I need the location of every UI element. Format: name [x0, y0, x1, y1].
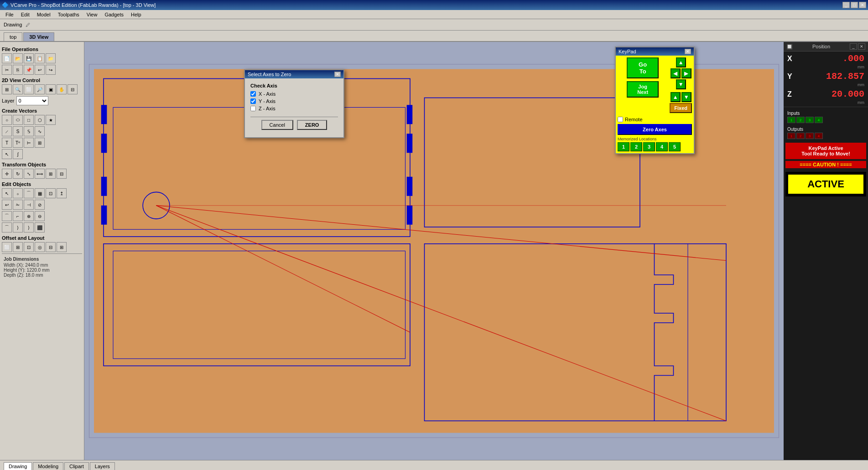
menu-model[interactable]: Model: [33, 11, 54, 18]
array-btn[interactable]: ⊞: [46, 169, 56, 179]
output-1: 1: [787, 133, 795, 139]
extend-btn[interactable]: ⊣: [24, 200, 34, 210]
z-position-row: Z 20.000: [784, 87, 868, 100]
paste-btn[interactable]: 📌: [24, 65, 34, 75]
pan-btn[interactable]: ✋: [57, 84, 67, 94]
open-btn[interactable]: 📂: [13, 53, 23, 63]
close-button[interactable]: ✕: [859, 2, 866, 8]
x-value: .000: [796, 53, 864, 64]
x-axis-checkbox[interactable]: [250, 91, 256, 97]
cut-btn[interactable]: ✂: [2, 65, 12, 75]
circle-btn[interactable]: ○: [2, 115, 12, 125]
offset6-btn[interactable]: ⊞: [57, 242, 67, 252]
file-ops-tools2: ✂ ⎘ 📌 ↩ ↪: [2, 65, 82, 75]
y-position-row: Y 182.857: [784, 69, 868, 83]
layout-btn[interactable]: ⬛: [35, 222, 45, 232]
offset1-btn[interactable]: ⬜: [2, 242, 12, 252]
bend-btn[interactable]: ⌒: [2, 222, 12, 232]
pos-panel-close[interactable]: ✕: [858, 43, 865, 50]
line-btn[interactable]: ⟋: [2, 126, 12, 136]
align-btn[interactable]: ⊟: [57, 169, 67, 179]
zoom-all-btn[interactable]: ⊞: [2, 84, 12, 94]
open2-btn[interactable]: 📁: [46, 53, 56, 63]
scale-btn[interactable]: ⤡: [24, 169, 34, 179]
ungroup-btn[interactable]: ⊡: [46, 188, 56, 198]
save-as-btn[interactable]: 📋: [35, 53, 45, 63]
new-file-btn[interactable]: 📄: [2, 53, 12, 63]
pointer-btn[interactable]: ↖: [2, 149, 12, 159]
menu-edit[interactable]: Edit: [17, 11, 33, 18]
app-title: VCarve Pro - ShopBot Edition (FabLab Rwa…: [10, 2, 156, 8]
menu-file[interactable]: File: [2, 11, 17, 18]
select-btn[interactable]: ↖: [2, 188, 12, 198]
x-axis-row: X - Axis: [250, 91, 338, 97]
tab-top[interactable]: top: [4, 32, 22, 41]
table-btn[interactable]: ⊞: [35, 138, 45, 148]
offset2-btn[interactable]: ⊞: [13, 242, 23, 252]
menu-view[interactable]: View: [83, 11, 101, 18]
menu-toolpaths[interactable]: Toolpaths: [54, 11, 83, 18]
rect-btn[interactable]: □: [24, 115, 34, 125]
dialog-close-button[interactable]: ✕: [334, 72, 341, 77]
bottom-tab-clipart[interactable]: Clipart: [64, 462, 89, 470]
dialog-section-title: Check Axis: [250, 83, 338, 88]
arc-text-btn[interactable]: Tᵅ: [13, 138, 23, 148]
star-btn[interactable]: ★: [46, 115, 56, 125]
zoom-box-btn[interactable]: ⬜: [24, 84, 34, 94]
menu-gadgets[interactable]: Gadgets: [101, 11, 127, 18]
copy-btn[interactable]: ⎘: [13, 65, 23, 75]
zoom-sel-btn[interactable]: ▣: [46, 84, 56, 94]
x-axis-label: X - Axis: [259, 91, 275, 97]
bottom-tab-drawing[interactable]: Drawing: [4, 462, 32, 470]
group-btn[interactable]: ▦: [35, 188, 45, 198]
offset5-btn[interactable]: ⊟: [46, 242, 56, 252]
zero-button[interactable]: ZERO: [297, 120, 327, 130]
poly-btn[interactable]: ⬡: [35, 115, 45, 125]
import-btn[interactable]: ↥: [57, 188, 67, 198]
smartcurve-btn[interactable]: ∫: [13, 149, 23, 159]
close-btn[interactable]: ⊘: [35, 200, 45, 210]
zoom-in-btn[interactable]: 🔍: [13, 84, 23, 94]
minimize-button[interactable]: _: [842, 2, 850, 8]
subtract-btn[interactable]: ⊖: [35, 211, 45, 221]
bottom-tab-layers[interactable]: Layers: [90, 462, 115, 470]
fillet-btn[interactable]: ⌒: [2, 211, 12, 221]
mirror-btn[interactable]: ⟺: [35, 169, 45, 179]
undo-btn[interactable]: ↩: [35, 65, 45, 75]
tween-btn[interactable]: ⟩: [13, 222, 23, 232]
undo2-btn[interactable]: ↩: [2, 200, 12, 210]
dialog-titlebar: Select Axes to Zero ✕: [245, 70, 343, 78]
redo-btn[interactable]: ↪: [46, 65, 56, 75]
move-btn[interactable]: ✛: [2, 169, 12, 179]
smooth-btn[interactable]: ⌒: [24, 188, 34, 198]
tab-3d-view[interactable]: 3D View: [23, 32, 54, 41]
freehand-btn[interactable]: ∿: [35, 126, 45, 136]
node-btn[interactable]: ⬦: [13, 188, 23, 198]
zoom-out-btn[interactable]: 🔎: [35, 84, 45, 94]
rotate-btn[interactable]: ↻: [13, 169, 23, 179]
layer-select[interactable]: 0: [16, 96, 48, 105]
offset3-btn[interactable]: ⊡: [24, 242, 34, 252]
title-bar: 🔷 VCarve Pro - ShopBot Edition (FabLab R…: [0, 0, 868, 10]
save-btn[interactable]: 💾: [24, 53, 34, 63]
ellipse-btn[interactable]: ⬭: [13, 115, 23, 125]
grid-btn[interactable]: ⊟: [68, 84, 78, 94]
cancel-button[interactable]: Cancel: [261, 120, 293, 130]
nesting-btn[interactable]: ⟩: [24, 222, 34, 232]
dimension-btn[interactable]: ⊢: [24, 138, 34, 148]
spiral-btn[interactable]: 𝕊: [24, 126, 34, 136]
pos-panel-minimize[interactable]: _: [850, 43, 857, 50]
spline-btn[interactable]: S: [13, 126, 23, 136]
trim-btn[interactable]: ✁: [13, 200, 23, 210]
outputs-title: Outputs: [787, 127, 864, 132]
z-axis-checkbox[interactable]: [250, 106, 256, 111]
weld-btn[interactable]: ⊕: [24, 211, 34, 221]
menu-help[interactable]: Help: [127, 11, 145, 18]
chamfer-btn[interactable]: ⌐: [13, 211, 23, 221]
position-title-text: Position: [812, 44, 830, 49]
maximize-button[interactable]: □: [851, 2, 858, 8]
y-axis-checkbox[interactable]: [250, 98, 256, 104]
offset4-btn[interactable]: ◎: [35, 242, 45, 252]
text-btn[interactable]: T: [2, 138, 12, 148]
bottom-tab-modeling[interactable]: Modeling: [33, 462, 63, 470]
